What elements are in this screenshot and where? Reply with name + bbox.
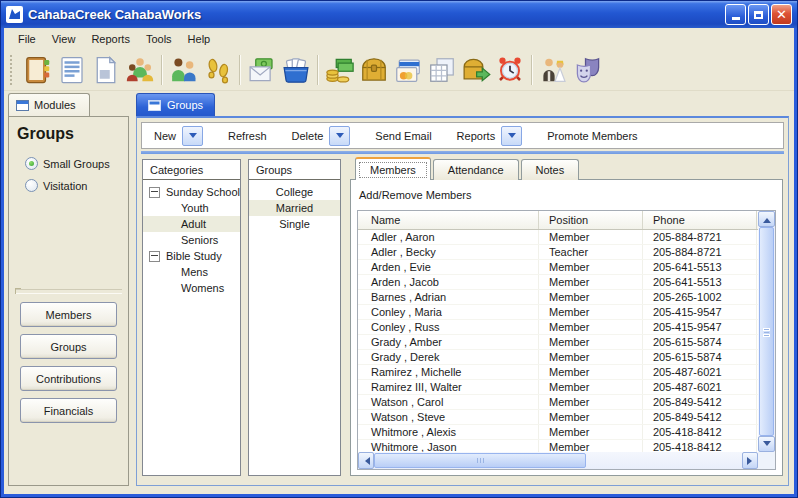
cell-name: Grady , Derek	[358, 350, 539, 364]
table-row[interactable]: Whitmore , Jason Member 205-418-8412 j_v	[358, 440, 758, 452]
column-header-name[interactable]: Name	[358, 211, 539, 229]
table-row[interactable]: Grady , Amber Member 205-615-5874 am	[358, 335, 758, 350]
table-row[interactable]: Watson , Steve Member 205-849-5412	[358, 410, 758, 425]
category-tree-item[interactable]: Youth	[143, 200, 240, 216]
action-item[interactable]: Reports	[457, 126, 523, 146]
window-icon	[16, 100, 29, 111]
table-row[interactable]: Conley , Russ Member 205-415-9547 rus	[358, 320, 758, 335]
menu-bar: File View Reports Tools Help	[4, 28, 794, 49]
scroll-left-button[interactable]	[358, 452, 374, 469]
footprints-icon[interactable]	[201, 53, 235, 87]
dropdown-button[interactable]	[501, 126, 522, 146]
wedding-couple-icon[interactable]	[537, 53, 571, 87]
table-row[interactable]: Watson , Carol Member 205-849-5412 mo	[358, 395, 758, 410]
table-row[interactable]: Whitmore , Alexis Member 205-418-8412 al…	[358, 425, 758, 440]
table-row[interactable]: Arden , Evie Member 205-641-5513	[358, 260, 758, 275]
column-header-phone[interactable]: Phone	[643, 211, 757, 229]
detail-tab[interactable]: Notes	[521, 159, 580, 180]
grid-icon[interactable]	[425, 53, 459, 87]
action-item[interactable]: Send Email	[375, 130, 431, 142]
horizontal-scrollbar[interactable]	[358, 452, 758, 469]
menu-item[interactable]: Help	[180, 30, 219, 48]
category-tree-item[interactable]: Adult	[143, 216, 240, 232]
card-file-icon[interactable]	[279, 53, 313, 87]
collapse-icon[interactable]	[149, 251, 160, 262]
table-row[interactable]: Arden , Jacob Member 205-641-5513	[358, 275, 758, 290]
horizontal-scroll-thumb[interactable]	[374, 453, 586, 468]
money-icon[interactable]	[323, 53, 357, 87]
group-detail: Members Attendance Notes Add/Remove Memb…	[350, 159, 783, 476]
members-group-icon[interactable]	[123, 53, 157, 87]
category-tree-item[interactable]: Seniors	[143, 232, 240, 248]
category-tree-item[interactable]: Womens	[143, 280, 240, 296]
module-nav-button[interactable]: Financials	[20, 398, 117, 423]
action-item[interactable]: Delete	[292, 126, 351, 146]
scroll-right-button[interactable]	[742, 452, 758, 469]
dropdown-button[interactable]	[329, 126, 350, 146]
table-row[interactable]: Ramirez , Michelle Member 205-487-6021 m…	[358, 365, 758, 380]
tab-modules[interactable]: Modules	[8, 93, 90, 116]
menu-item[interactable]: Reports	[83, 30, 138, 48]
arrow-up-icon	[763, 214, 771, 223]
address-book-icon[interactable]	[21, 53, 55, 87]
tab-groups[interactable]: Groups	[136, 93, 215, 116]
dropdown-button[interactable]	[182, 126, 203, 146]
menu-item[interactable]: File	[10, 30, 44, 48]
module-radio-option[interactable]: Visitation	[25, 179, 124, 192]
maximize-button[interactable]	[748, 4, 769, 25]
scroll-down-button[interactable]	[758, 436, 775, 452]
module-nav-button[interactable]: Members	[20, 302, 117, 327]
action-item[interactable]: New	[154, 126, 203, 146]
table-row[interactable]: Conley , Maria Member 205-415-9547 bov	[358, 305, 758, 320]
cell-position: Member	[539, 260, 643, 274]
detail-tab[interactable]: Members	[355, 157, 431, 180]
column-header-position[interactable]: Position	[539, 211, 643, 229]
arrow-down-icon	[763, 441, 771, 450]
table-row[interactable]: Barnes , Adrian Member 205-265-1002	[358, 290, 758, 305]
new-document-icon[interactable]	[89, 53, 123, 87]
sidebar-splitter[interactable]	[15, 289, 122, 294]
toolbar-grip[interactable]	[10, 55, 16, 85]
scroll-track[interactable]	[586, 452, 742, 469]
vertical-scroll-thumb[interactable]	[759, 227, 774, 436]
cell-position: Member	[539, 365, 643, 379]
groups-list-panel: Groups College Married Single	[248, 159, 341, 476]
table-row[interactable]: Ramirez III, Walter Member 205-487-6021 …	[358, 380, 758, 395]
theater-masks-icon[interactable]	[571, 53, 605, 87]
table-row[interactable]: Adler , Becky Teacher 205-884-8721 ba	[358, 245, 758, 260]
table-row[interactable]: Grady , Derek Member 205-615-5874 dgr	[358, 350, 758, 365]
treasure-chest-icon[interactable]	[357, 53, 391, 87]
cell-position: Member	[539, 440, 643, 452]
radio-icon	[25, 157, 38, 170]
minimize-button[interactable]	[725, 4, 746, 25]
module-nav-button[interactable]: Contributions	[20, 366, 117, 391]
payment-card-icon[interactable]	[391, 53, 425, 87]
vertical-scrollbar[interactable]	[758, 211, 775, 452]
category-tree-item[interactable]: Mens	[143, 264, 240, 280]
groups-panel: New Refresh Delete	[136, 116, 789, 486]
alarm-clock-icon[interactable]	[493, 53, 527, 87]
family-icon[interactable]	[167, 53, 201, 87]
envelope-money-icon[interactable]	[245, 53, 279, 87]
menu-item[interactable]: View	[44, 30, 84, 48]
group-list-item[interactable]: Married	[249, 200, 340, 216]
menu-item[interactable]: Tools	[138, 30, 180, 48]
group-list-item[interactable]: College	[249, 184, 340, 200]
close-button[interactable]: ✕	[771, 4, 792, 25]
module-nav-button[interactable]: Groups	[20, 334, 117, 359]
category-tree-item[interactable]: Bible Study	[143, 248, 240, 264]
detail-tab[interactable]: Attendance	[433, 159, 519, 180]
module-radio-option[interactable]: Small Groups	[25, 157, 124, 170]
action-item[interactable]: Promote Members	[547, 130, 637, 142]
scroll-up-button[interactable]	[758, 211, 775, 227]
category-label: Seniors	[181, 234, 218, 246]
category-tree-item[interactable]: Sunday School	[143, 184, 240, 200]
cell-name: Watson , Carol	[358, 395, 539, 409]
cell-phone: 205-487-6021	[643, 380, 757, 394]
chest-export-icon[interactable]	[459, 53, 493, 87]
action-item[interactable]: Refresh	[228, 130, 267, 142]
group-list-item[interactable]: Single	[249, 216, 340, 232]
collapse-icon[interactable]	[149, 187, 160, 198]
report-document-icon[interactable]	[55, 53, 89, 87]
table-row[interactable]: Adler , Aaron Member 205-884-8721 ace	[358, 230, 758, 245]
